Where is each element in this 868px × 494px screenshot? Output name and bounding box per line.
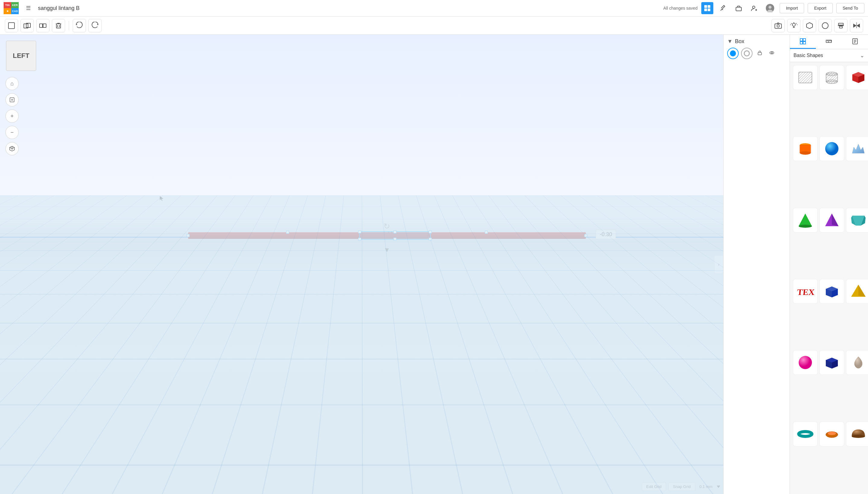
undo-tool[interactable]	[73, 19, 86, 32]
svg-point-18	[777, 25, 779, 27]
cursor-position	[160, 196, 165, 201]
scroll-right-button[interactable]: ›	[714, 255, 723, 273]
lock-button[interactable]	[755, 49, 765, 58]
logo-icon: ★	[4, 8, 11, 14]
edit-grid-button[interactable]: Edit Grid	[642, 482, 666, 491]
sel-handle-br[interactable]	[429, 238, 432, 241]
svg-line-22	[796, 23, 796, 24]
camera-tool[interactable]	[772, 19, 785, 32]
ungroup-tool[interactable]	[36, 19, 50, 32]
svg-rect-0	[704, 5, 707, 8]
shapes-title: Basic Shapes	[793, 53, 860, 58]
shape-prism-teal[interactable]	[846, 208, 868, 232]
shape-crown[interactable]	[846, 136, 868, 161]
handle-tr[interactable]	[584, 234, 587, 237]
shape-cone-green[interactable]	[793, 208, 818, 232]
sel-handle-tr[interactable]	[429, 230, 432, 233]
view-indicator: LEFT	[6, 41, 36, 71]
svg-text:TEXT: TEXT	[797, 287, 814, 297]
sidebar-tabs	[790, 35, 868, 49]
group-tool[interactable]	[20, 19, 34, 32]
grid-view-button[interactable]	[701, 2, 713, 14]
separator-1	[69, 21, 69, 30]
redo-tool[interactable]	[88, 19, 102, 32]
grid-floor	[0, 35, 723, 195]
circle-tool[interactable]	[818, 19, 832, 32]
mirror-tool[interactable]	[850, 19, 863, 32]
box-chevron[interactable]: ▼	[727, 38, 733, 45]
sel-handle-b[interactable]	[393, 238, 397, 241]
shape-sphere-blue[interactable]	[819, 136, 844, 161]
save-status: All changes saved	[663, 6, 698, 11]
shape-pyramid-yellow[interactable]	[846, 279, 868, 304]
viewport[interactable]: LEFT ⌂ + − ↻ -0.30	[0, 35, 723, 494]
tab-grid[interactable]	[790, 35, 816, 49]
bottom-controls: Edit Grid Snap Grid 0.1 mm	[642, 482, 720, 491]
delete-tool[interactable]	[52, 19, 65, 32]
svg-rect-4	[736, 7, 741, 11]
add-user-button[interactable]	[748, 2, 760, 14]
svg-rect-9	[8, 23, 15, 28]
3d-view-button[interactable]	[5, 142, 19, 155]
shape-torus-orange[interactable]	[819, 422, 844, 446]
zoom-in-button[interactable]: +	[5, 110, 19, 123]
shape-sphere-pink[interactable]	[793, 350, 818, 375]
shape-pyramid-purple[interactable]	[819, 208, 844, 232]
handle-tl[interactable]	[187, 234, 190, 237]
svg-rect-55	[799, 72, 812, 83]
snap-grid-button[interactable]: Snap Grid	[669, 482, 695, 491]
avatar-button[interactable]	[764, 2, 776, 14]
home-view-button[interactable]: ⌂	[5, 77, 19, 90]
import-button[interactable]: Import	[780, 3, 804, 13]
light-tool[interactable]	[787, 19, 801, 32]
svg-marker-72	[832, 213, 838, 226]
new-shape-tool[interactable]	[5, 19, 18, 32]
svg-rect-14	[56, 24, 61, 28]
shape-box-navy[interactable]	[819, 350, 844, 375]
sel-handle-t[interactable]	[393, 230, 397, 233]
arrow-down-handle[interactable]: ▼	[384, 246, 390, 254]
svg-point-70	[799, 225, 812, 228]
snap-dropdown-icon[interactable]	[717, 486, 720, 488]
fit-view-button[interactable]	[5, 93, 19, 107]
sel-handle-tl[interactable]	[358, 230, 361, 233]
zoom-out-button[interactable]: −	[5, 126, 19, 139]
shape-box-blue[interactable]	[819, 279, 844, 304]
red-box[interactable]: -0.30	[188, 232, 586, 239]
right-sidebar: Basic Shapes ⌄	[790, 35, 868, 494]
shape-hemisphere-brown[interactable]	[846, 422, 868, 446]
shapes-dropdown-icon[interactable]: ⌄	[860, 52, 864, 59]
rotation-arc[interactable]: ↻	[384, 222, 390, 231]
svg-marker-31	[853, 24, 856, 27]
svg-rect-44	[803, 42, 806, 44]
svg-rect-42	[803, 39, 806, 41]
shape-teardrop[interactable]	[846, 350, 868, 375]
shape-cylinder-stripes[interactable]	[819, 65, 844, 90]
shape-cylinder-orange[interactable]	[793, 136, 818, 161]
visibility-button[interactable]	[767, 49, 777, 58]
shape-box-stripes[interactable]	[793, 65, 818, 90]
shape-torus-teal[interactable]	[793, 422, 818, 446]
object-container[interactable]: ↻ -0.30 -0.30	[188, 232, 586, 239]
briefcase-button[interactable]	[733, 2, 745, 14]
export-button[interactable]: Export	[808, 3, 832, 13]
properties-panel: ▼ Box	[723, 35, 790, 494]
box-icons-row	[727, 48, 786, 59]
svg-rect-28	[838, 23, 843, 25]
solid-icon-button[interactable]	[727, 48, 739, 59]
tab-notes[interactable]	[842, 35, 868, 49]
sel-handle-bl[interactable]	[358, 238, 361, 241]
tab-ruler[interactable]	[816, 35, 842, 49]
handle-mr[interactable]	[485, 231, 488, 234]
shape-box-red[interactable]	[846, 65, 868, 90]
align-tool[interactable]	[834, 19, 848, 32]
toolbar	[0, 17, 868, 35]
handle-ml[interactable]	[286, 231, 289, 234]
menu-icon[interactable]: ☰	[22, 2, 34, 14]
shape-text-red[interactable]: TEXT	[793, 279, 818, 304]
build-button[interactable]	[717, 2, 729, 14]
hollow-icon-button[interactable]	[741, 48, 753, 59]
polygon-tool[interactable]	[803, 19, 816, 32]
send-to-button[interactable]: Send To	[836, 3, 864, 13]
project-title: sanggul lintang B	[38, 5, 80, 12]
